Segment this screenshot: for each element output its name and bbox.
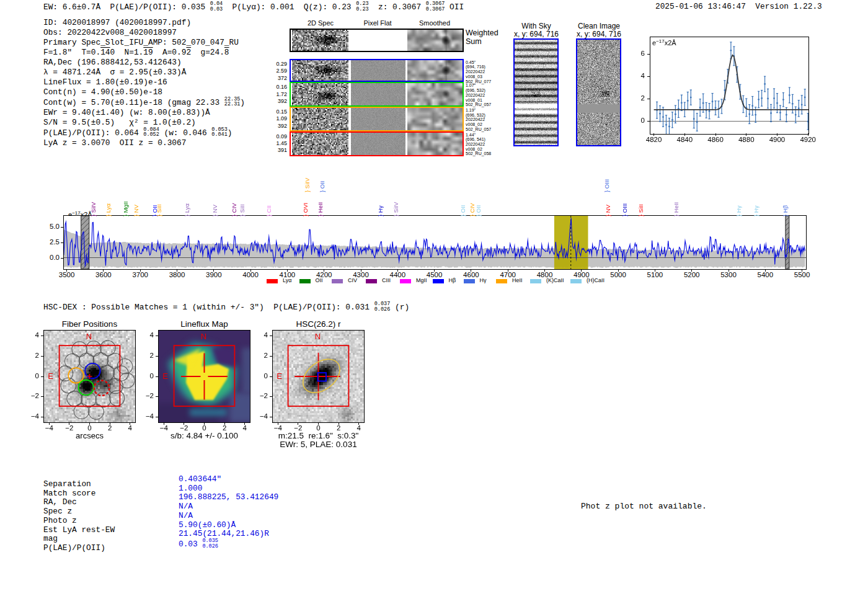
svg-text:E: E <box>48 371 53 381</box>
svg-text:N: N <box>315 332 321 341</box>
svg-text:N: N <box>201 332 206 341</box>
svg-text:E: E <box>162 371 168 381</box>
svg-text:N: N <box>86 332 92 341</box>
svg-text:E: E <box>277 371 282 381</box>
